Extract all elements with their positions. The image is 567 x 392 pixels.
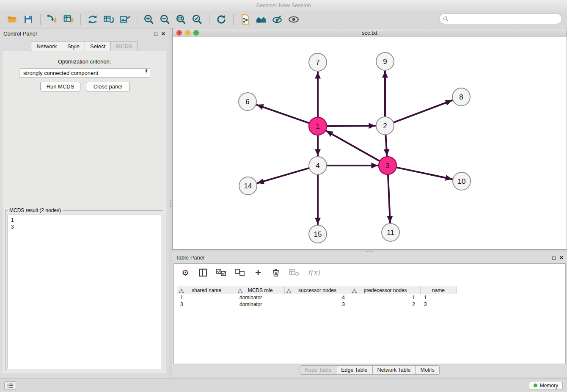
- import-network-icon: [47, 14, 58, 25]
- column-header-predecessor-nodes[interactable]: predecessor nodes: [350, 287, 421, 294]
- show-columns-button[interactable]: [198, 268, 208, 278]
- float-panel-icon[interactable]: ◻: [154, 31, 158, 36]
- new-network-button[interactable]: [85, 12, 101, 27]
- select-all-button[interactable]: [216, 268, 226, 278]
- vertical-splitter[interactable]: [169, 28, 172, 378]
- zoom-in-button[interactable]: [141, 12, 157, 27]
- zoom-out-button[interactable]: [157, 12, 173, 27]
- graph-edge-3-10[interactable]: [397, 168, 452, 179]
- minimize-window-button[interactable]: −: [185, 30, 190, 36]
- open-session-button[interactable]: [4, 12, 20, 27]
- graph-node-6[interactable]: 6: [239, 93, 256, 110]
- memory-button[interactable]: Memory: [529, 381, 563, 390]
- hierarchy-icon: [286, 288, 291, 293]
- network-canvas[interactable]: 7968124314101511: [173, 37, 567, 249]
- zoom-fit-button[interactable]: [173, 12, 189, 27]
- graph-node-2[interactable]: 2: [376, 117, 394, 135]
- graph-node-7[interactable]: 7: [309, 53, 327, 71]
- image-export-icon: [119, 14, 130, 25]
- column-header-name[interactable]: name: [421, 287, 457, 294]
- run-mcds-button[interactable]: Run MCDS: [40, 82, 80, 91]
- graph-edge-1-2[interactable]: [327, 126, 375, 126]
- zoom-selected-button[interactable]: [189, 12, 205, 27]
- tab-network-table[interactable]: Network Table: [373, 365, 416, 375]
- task-history-button[interactable]: [4, 381, 16, 389]
- mcds-result-list[interactable]: 1 3: [7, 215, 161, 369]
- cell-shared-name[interactable]: 3: [177, 301, 236, 308]
- graph-edge-2-8[interactable]: [394, 100, 452, 122]
- graph-edge-1-6[interactable]: [257, 105, 309, 123]
- fx-icon: f(x): [308, 268, 320, 277]
- graph-edge-3-11[interactable]: [388, 175, 390, 223]
- graph-node-10[interactable]: 10: [453, 172, 471, 190]
- tab-select[interactable]: Select: [85, 41, 111, 52]
- cell-predecessor-nodes[interactable]: 1: [350, 294, 421, 301]
- import-network-button[interactable]: [44, 12, 61, 27]
- graph-node-11[interactable]: 11: [382, 224, 399, 241]
- column-header-label: successor nodes: [298, 287, 336, 293]
- delete-columns-button[interactable]: [271, 268, 281, 278]
- toolbar-separator: [80, 14, 81, 25]
- search-input[interactable]: [451, 16, 558, 22]
- mcds-result-line: 1: [11, 217, 157, 224]
- import-table-icon: [63, 14, 74, 25]
- graph-edge-2-3[interactable]: [385, 135, 387, 156]
- save-session-button[interactable]: [20, 12, 36, 27]
- column-header-shared-name[interactable]: shared name: [177, 287, 236, 294]
- graph-node-9[interactable]: 9: [376, 52, 394, 70]
- memory-label: Memory: [540, 383, 558, 389]
- toggle-graphics-details-button[interactable]: [270, 12, 286, 27]
- tab-motifs[interactable]: Motifs: [416, 365, 439, 375]
- search-field[interactable]: [439, 14, 562, 24]
- cell-successor-nodes[interactable]: 4: [285, 294, 350, 301]
- table-row[interactable]: 1 dominator 4 1 1: [177, 294, 457, 301]
- column-header-mcds-role[interactable]: MCDS role: [236, 287, 285, 294]
- optimization-criterion-select[interactable]: strongly connected component ▲▼: [19, 68, 150, 78]
- clipboard-network-button[interactable]: [237, 12, 253, 27]
- table-settings-button[interactable]: ⚙: [181, 268, 190, 278]
- close-panel-button[interactable]: Close panel: [86, 82, 130, 91]
- tab-node-table[interactable]: Node Table: [300, 365, 336, 375]
- refresh-view-button[interactable]: [213, 12, 229, 27]
- graph-edge-3-1[interactable]: [326, 131, 380, 161]
- tab-mcds[interactable]: MCDS: [111, 41, 138, 52]
- tab-network[interactable]: Network: [31, 41, 62, 52]
- export-image-button[interactable]: [117, 12, 133, 27]
- close-panel-icon[interactable]: ✕: [161, 31, 165, 36]
- network-from-table-button[interactable]: [101, 12, 117, 27]
- network-window-titlebar[interactable]: scc.txt ✕ − +: [173, 28, 567, 37]
- float-panel-icon[interactable]: ◻: [552, 255, 556, 260]
- function-builder-button[interactable]: f(x): [308, 268, 320, 278]
- import-table-button[interactable]: [61, 12, 77, 27]
- tab-style[interactable]: Style: [62, 41, 85, 52]
- hierarchy-icon: [179, 288, 184, 293]
- unselect-all-button[interactable]: [235, 268, 245, 278]
- graph-edge-4-14[interactable]: [257, 168, 309, 183]
- table-body: 1 dominator 4 1 1 3 dominator 3 2 3: [177, 294, 457, 308]
- tab-edge-table[interactable]: Edge Table: [336, 365, 372, 375]
- cell-name[interactable]: 1: [421, 294, 457, 301]
- graph-node-1[interactable]: 1: [309, 117, 327, 135]
- cell-shared-name[interactable]: 1: [177, 294, 236, 301]
- cell-mcds-role[interactable]: dominator: [236, 301, 285, 308]
- cell-successor-nodes[interactable]: 3: [285, 301, 350, 308]
- cell-name[interactable]: 3: [421, 301, 457, 308]
- close-panel-icon[interactable]: ✕: [559, 255, 564, 260]
- column-header-successor-nodes[interactable]: successor nodes: [285, 287, 350, 294]
- graph-node-3[interactable]: 3: [379, 157, 396, 174]
- window-titlebar[interactable]: Session: New Session: [0, 0, 567, 11]
- show-hide-button[interactable]: [286, 12, 302, 27]
- close-window-button[interactable]: ✕: [176, 30, 182, 36]
- cell-mcds-role[interactable]: dominator: [236, 294, 285, 301]
- svg-text:4: 4: [316, 162, 319, 170]
- graph-node-14[interactable]: 14: [239, 177, 257, 195]
- graph-node-8[interactable]: 8: [452, 88, 470, 106]
- table-row[interactable]: 3 dominator 3 2 3: [177, 301, 457, 308]
- graph-node-15[interactable]: 15: [309, 225, 327, 243]
- delete-table-button[interactable]: [289, 268, 299, 278]
- create-column-button[interactable]: +: [253, 268, 263, 278]
- maximize-window-button[interactable]: +: [193, 30, 199, 36]
- home-view-button[interactable]: [253, 12, 270, 27]
- graph-node-4[interactable]: 4: [309, 157, 327, 174]
- cell-predecessor-nodes[interactable]: 2: [350, 301, 421, 308]
